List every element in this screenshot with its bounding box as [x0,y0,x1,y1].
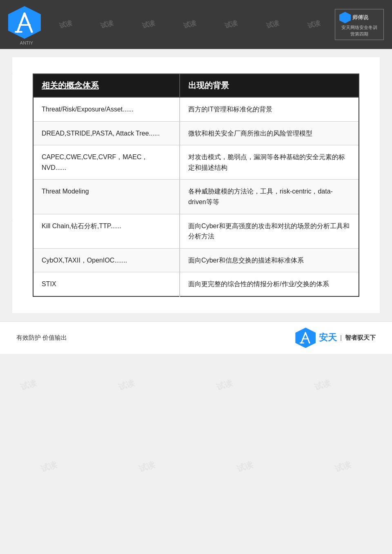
col2-header: 出现的背景 [180,74,359,97]
antiy-label: ANTIY [8,40,45,45]
footer-brand-sub: 智者驭天下 [345,334,376,342]
table-cell-right-4: 面向Cyber和更高强度的攻击和对抗的场景的分析工具和分析方法 [180,214,359,248]
table-cell-right-0: 西方的IT管理和标准化的背景 [180,97,359,121]
header-wm-6: 试读 [265,19,280,31]
footer-brand-name: 安天 [319,332,337,344]
svg-line-0 [18,13,24,32]
right-logo-subtitle: 安天网络安全冬训营第四期 [339,24,379,37]
footer: 有效防护 价值输出 安天 | 智者驭天下 [0,321,392,354]
col1-header: 相关的概念体系 [33,74,180,97]
header-right-logo: 师傅说 安天网络安全冬训营第四期 [335,10,384,39]
table-row: Threat Modeling各种威胁建模的方法论，工具，risk-centri… [33,180,359,214]
header-right-logo-inner: 师傅说 安天网络安全冬训营第四期 [335,9,384,40]
table-cell-right-2: 对攻击模式，脆弱点，漏洞等各种基础的安全元素的标定和描述结构 [180,145,359,180]
main-content: 相关的概念体系 出现的背景 Threat/Risk/Exposure/Asset… [12,57,380,313]
table-row: Kill Chain,钻石分析,TTP......面向Cyber和更高强度的攻击… [33,214,359,248]
header-wm-5: 试读 [224,19,238,31]
table-row: CybOX,TAXII，OpenIOC.......面向Cyber和信息交换的描… [33,248,359,272]
footer-divider: | [340,334,342,341]
table-cell-left-3: Threat Modeling [33,180,180,214]
header-wm-7: 试读 [307,19,321,31]
right-logo-brand: 师傅说 [352,14,368,21]
logo-hexagon [8,6,41,39]
table-cell-right-3: 各种威胁建模的方法论，工具，risk-centric，data-driven等等 [180,180,359,214]
header: ANTIY 试读 试读 试读 试读 试读 试读 试读 师傅说 安天网络安全冬训营… [0,0,392,49]
table-row: STIX面向更完整的综合性的情报分析/作业/交换的体系 [33,272,359,296]
table-cell-right-1: 微软和相关安全厂商所推出的风险管理模型 [180,121,359,145]
table-cell-left-2: CAPEC,CWE,CVE,CVRF，MAEC，NVD...... [33,145,180,180]
table-cell-left-6: STIX [33,272,180,296]
header-wm-3: 试读 [141,19,156,31]
table-cell-left-5: CybOX,TAXII，OpenIOC....... [33,248,180,272]
footer-brand: 安天 | 智者驭天下 [319,332,376,344]
header-watermarks: 试读 试读 试读 试读 试读 试读 试读 [45,20,335,29]
footer-logo-icon [295,327,316,348]
footer-brand-top: 安天 | 智者驭天下 [319,332,376,344]
footer-right: 安天 | 智者驭天下 [295,327,376,348]
table-cell-right-6: 面向更完整的综合性的情报分析/作业/交换的体系 [180,272,359,296]
svg-line-5 [305,333,310,343]
table-cell-right-5: 面向Cyber和信息交换的描述和标准体系 [180,248,359,272]
table-header-row: 相关的概念体系 出现的背景 [33,74,359,97]
data-table: 相关的概念体系 出现的背景 Threat/Risk/Exposure/Asset… [33,73,359,297]
table-cell-left-4: Kill Chain,钻石分析,TTP...... [33,214,180,248]
header-logo: ANTIY [8,6,45,43]
table-row: CAPEC,CWE,CVE,CVRF，MAEC，NVD......对攻击模式，脆… [33,145,359,180]
header-wm-4: 试读 [183,19,197,31]
table-cell-left-0: Threat/Risk/Exposure/Asset...... [33,97,180,121]
svg-line-1 [24,13,32,32]
header-wm-2: 试读 [100,19,114,31]
table-row: Threat/Risk/Exposure/Asset......西方的IT管理和… [33,97,359,121]
table-cell-left-1: DREAD,STRIDE,PASTA, Attack Tree...... [33,121,180,145]
header-wm-1: 试读 [58,19,73,31]
footer-tagline: 有效防护 价值输出 [16,334,67,342]
svg-line-4 [301,333,305,343]
table-row: DREAD,STRIDE,PASTA, Attack Tree......微软和… [33,121,359,145]
